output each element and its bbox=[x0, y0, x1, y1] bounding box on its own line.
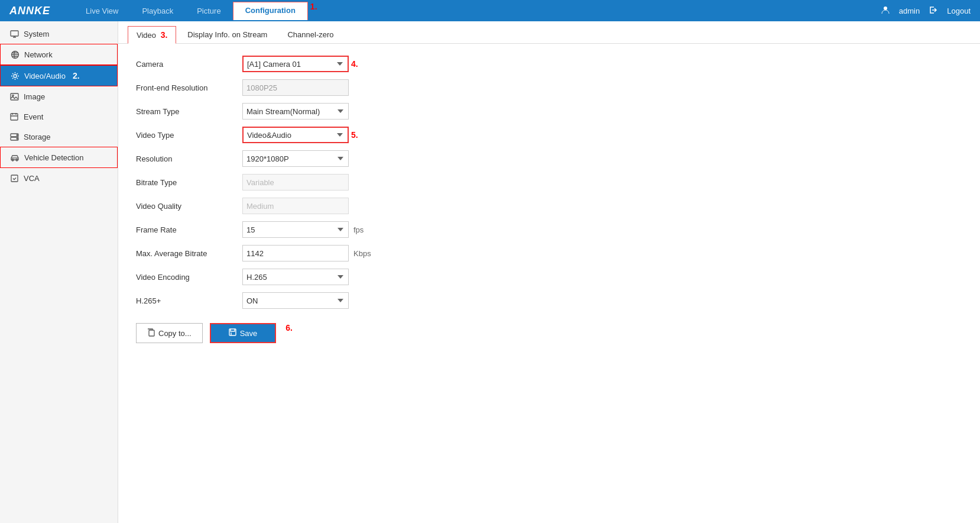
top-nav: ANNKE Live View Playback Picture Configu… bbox=[0, 0, 980, 21]
form-row-video-type: Video Type Video&Audio Video 5. bbox=[136, 127, 962, 143]
annot-2: 2. bbox=[73, 71, 80, 80]
svg-point-5 bbox=[12, 95, 13, 96]
svg-rect-14 bbox=[149, 330, 154, 336]
fps-unit: fps bbox=[353, 225, 364, 234]
tab-channel-zero[interactable]: Channel-zero bbox=[278, 26, 342, 43]
label-frame-rate: Frame Rate bbox=[136, 225, 242, 234]
button-row: Copy to... Save 6. bbox=[136, 323, 962, 343]
tab-video[interactable]: Video 3. bbox=[128, 26, 176, 44]
save-button[interactable]: Save bbox=[210, 323, 277, 343]
tab-display-info[interactable]: Display Info. on Stream bbox=[179, 26, 276, 43]
label-video-quality: Video Quality bbox=[136, 202, 242, 211]
tab-bar: Video 3. Display Info. on Stream Channel… bbox=[118, 21, 980, 44]
h265plus-select[interactable]: ON OFF bbox=[242, 292, 349, 309]
label-max-bitrate: Max. Average Bitrate bbox=[136, 249, 242, 258]
sidebar-item-event[interactable]: Event bbox=[0, 106, 118, 127]
sidebar-label-event: Event bbox=[24, 112, 43, 121]
brand-logo: ANNKE bbox=[9, 5, 50, 17]
svg-rect-1 bbox=[11, 31, 18, 36]
annot-3: 3. bbox=[161, 30, 168, 40]
camera-select[interactable]: [A1] Camera 01 [A2] Camera 02 bbox=[242, 56, 349, 72]
logout-link[interactable]: Logout bbox=[947, 7, 971, 15]
svg-point-0 bbox=[884, 7, 887, 10]
svg-point-10 bbox=[17, 138, 18, 139]
form-row-h265plus: H.265+ ON OFF bbox=[136, 292, 962, 309]
sidebar-label-system: System bbox=[24, 30, 49, 38]
form-row-max-bitrate: Max. Average Bitrate Kbps bbox=[136, 245, 962, 262]
form-row-stream-type: Stream Type Main Stream(Normal) Sub Stre… bbox=[136, 103, 962, 120]
sidebar-label-vca: VCA bbox=[24, 174, 40, 183]
monitor-icon bbox=[9, 29, 19, 38]
label-h265plus: H.265+ bbox=[136, 296, 242, 305]
sidebar-item-vca[interactable]: VCA bbox=[0, 168, 118, 188]
form-row-resolution: Resolution 1920*1080P 1280*720P bbox=[136, 150, 962, 167]
save-icon bbox=[229, 328, 236, 338]
kbps-unit: Kbps bbox=[353, 249, 371, 258]
video-type-select[interactable]: Video&Audio Video bbox=[242, 127, 349, 143]
form-row-bitrate-type: Bitrate Type Variable Constant bbox=[136, 174, 962, 191]
sidebar-label-image: Image bbox=[24, 92, 45, 101]
video-encoding-select[interactable]: H.265 H.264 bbox=[242, 269, 349, 285]
frontend-resolution-input bbox=[242, 79, 349, 96]
sidebar-item-network[interactable]: Network bbox=[0, 44, 118, 65]
logout-icon bbox=[929, 6, 937, 16]
globe-icon bbox=[10, 50, 20, 59]
image-icon bbox=[9, 92, 19, 101]
frame-rate-select[interactable]: 15 25 30 bbox=[242, 221, 349, 238]
content-area: Video 3. Display Info. on Stream Channel… bbox=[118, 21, 980, 523]
car-icon bbox=[10, 153, 20, 162]
annot-4: 4. bbox=[351, 59, 358, 69]
sidebar-item-video-audio[interactable]: Video/Audio 2. bbox=[0, 65, 118, 86]
vca-icon bbox=[9, 173, 19, 183]
svg-point-9 bbox=[17, 134, 18, 135]
svg-rect-6 bbox=[11, 114, 18, 120]
nav-live-view[interactable]: Live View bbox=[74, 2, 130, 20]
stream-type-select[interactable]: Main Stream(Normal) Sub Stream bbox=[242, 103, 349, 120]
nav-configuration[interactable]: Configuration bbox=[233, 2, 308, 20]
svg-point-3 bbox=[14, 75, 17, 78]
sidebar-item-vehicle-detection[interactable]: Vehicle Detection bbox=[0, 147, 118, 168]
username: admin bbox=[899, 7, 920, 15]
main-layout: System Network Video/Audio 2. Image bbox=[0, 21, 980, 523]
form-row-video-encoding: Video Encoding H.265 H.264 bbox=[136, 269, 962, 285]
sidebar-item-storage[interactable]: Storage bbox=[0, 127, 118, 147]
copy-icon bbox=[147, 328, 155, 338]
label-frontend-resolution: Front-end Resolution bbox=[136, 83, 242, 92]
label-stream-type: Stream Type bbox=[136, 107, 242, 116]
save-button-label: Save bbox=[240, 329, 258, 338]
nav-right: admin Logout bbox=[881, 6, 971, 16]
annot-1: 1. bbox=[310, 2, 317, 20]
label-video-type: Video Type bbox=[136, 131, 242, 140]
sidebar-label-storage: Storage bbox=[24, 133, 51, 141]
calendar-icon bbox=[9, 112, 19, 121]
annot-5: 5. bbox=[351, 130, 358, 140]
nav-picture[interactable]: Picture bbox=[185, 2, 232, 20]
sidebar: System Network Video/Audio 2. Image bbox=[0, 21, 118, 523]
video-quality-select: Medium Low High bbox=[242, 198, 349, 214]
label-camera: Camera bbox=[136, 60, 242, 69]
form-row-frame-rate: Frame Rate 15 25 30 fps bbox=[136, 221, 962, 238]
form-row-camera: Camera [A1] Camera 01 [A2] Camera 02 4. bbox=[136, 56, 962, 72]
form-row-video-quality: Video Quality Medium Low High bbox=[136, 198, 962, 214]
sidebar-label-vehicle-detection: Vehicle Detection bbox=[24, 153, 83, 162]
nav-playback[interactable]: Playback bbox=[130, 2, 185, 20]
resolution-select[interactable]: 1920*1080P 1280*720P bbox=[242, 150, 349, 167]
nav-links: Live View Playback Picture Configuration… bbox=[74, 2, 881, 20]
form-row-frontend-resolution: Front-end Resolution bbox=[136, 79, 962, 96]
max-bitrate-input[interactable] bbox=[242, 245, 349, 262]
sidebar-label-network: Network bbox=[24, 50, 53, 59]
bitrate-type-select: Variable Constant bbox=[242, 174, 349, 191]
copy-button[interactable]: Copy to... bbox=[136, 323, 203, 343]
svg-rect-13 bbox=[11, 175, 18, 182]
label-resolution: Resolution bbox=[136, 154, 242, 163]
sidebar-item-image[interactable]: Image bbox=[0, 86, 118, 106]
sidebar-label-video-audio: Video/Audio bbox=[24, 72, 66, 80]
user-icon bbox=[881, 6, 890, 16]
sidebar-item-system[interactable]: System bbox=[0, 24, 118, 44]
annot-6: 6. bbox=[285, 323, 293, 343]
label-bitrate-type: Bitrate Type bbox=[136, 178, 242, 187]
gear-icon bbox=[10, 71, 20, 80]
storage-icon bbox=[9, 132, 19, 141]
form-area: Camera [A1] Camera 01 [A2] Camera 02 4. … bbox=[118, 44, 980, 355]
copy-button-label: Copy to... bbox=[158, 329, 192, 338]
